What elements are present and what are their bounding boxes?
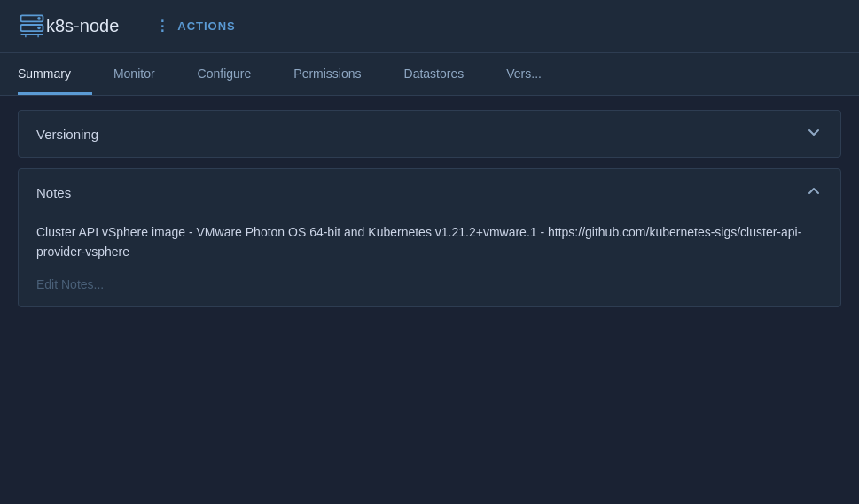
header-divider: [137, 14, 137, 39]
notes-edit-placeholder[interactable]: Edit Notes...: [36, 277, 104, 291]
tab-permissions[interactable]: Permissions: [272, 52, 382, 95]
svg-point-3: [37, 26, 41, 29]
tab-datastores[interactable]: Datastores: [383, 52, 486, 95]
actions-button[interactable]: ⋮ ACTIONS: [155, 18, 236, 35]
tab-versioning[interactable]: Vers...: [485, 52, 563, 95]
tab-configure[interactable]: Configure: [176, 52, 273, 95]
notes-chevron-up-icon: [805, 182, 823, 203]
notes-panel: Notes Cluster API vSphere image - VMware…: [18, 168, 841, 307]
svg-point-2: [37, 17, 41, 20]
tab-summary[interactable]: Summary: [18, 52, 92, 95]
versioning-panel-header[interactable]: Versioning: [19, 111, 840, 157]
server-icon: [18, 11, 46, 43]
tab-monitor[interactable]: Monitor: [92, 52, 176, 95]
notes-panel-header[interactable]: Notes: [19, 169, 840, 215]
versioning-panel: Versioning: [18, 110, 841, 158]
notes-body: Cluster API vSphere image - VMware Photo…: [19, 215, 840, 306]
page-title: k8s-node: [46, 16, 119, 36]
versioning-panel-title: Versioning: [36, 127, 98, 142]
actions-dots-icon: ⋮: [155, 18, 170, 35]
notes-panel-title: Notes: [36, 185, 71, 200]
versioning-chevron-down-icon: [805, 123, 823, 144]
tab-bar: Summary Monitor Configure Permissions Da…: [0, 53, 859, 96]
main-content: Versioning Notes Cluster API vSphere ima…: [0, 96, 859, 504]
app-header: k8s-node ⋮ ACTIONS: [0, 0, 859, 53]
actions-label: ACTIONS: [177, 19, 236, 33]
notes-content: Cluster API vSphere image - VMware Photo…: [36, 222, 823, 262]
